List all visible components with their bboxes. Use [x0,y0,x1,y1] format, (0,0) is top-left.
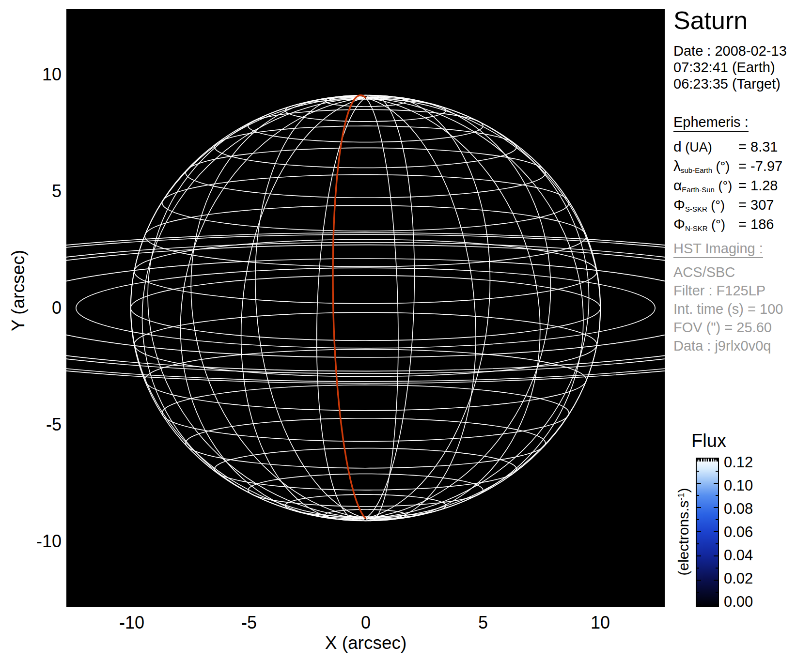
colorbar-tick-mark [716,568,718,569]
colorbar-tick-mark [697,471,699,472]
ephemeris-rows: d (UA) = 8.31 λsub-Earth (°) = -7.97 αEa… [673,139,782,235]
colorbar-tick-mark [703,459,704,462]
x-tick-5: 5 [454,614,512,631]
colorbar-tick-mark [709,459,710,462]
colorbar-tick-mark [697,568,699,569]
colorbar-tick-mark [697,519,699,520]
colorbar-tick-mark [697,483,701,484]
latitude-circle [186,418,546,468]
x-tick-10: 10 [571,614,629,631]
ring-edge-ellipse [66,245,665,371]
colorbar-tick-mark [697,507,701,508]
y-tick-m10: -10 [0,533,62,550]
colorbar-tick-mark [697,555,701,556]
colorbar-tick-mark [700,459,701,462]
latitude-circle [162,175,569,231]
colorbar-tick-mark [714,483,718,484]
ephemeris-row-distance: d (UA) = 8.31 [673,139,782,158]
hst-imaging-lines: ACS/SBC Filter : F125LP Int. time (s) = … [673,263,783,355]
cb-label-008: 0.08 [724,501,767,516]
colorbar-tick-mark [712,459,713,462]
ring-edge-ellipse [66,259,665,357]
ephemeris-row-phi-n-skr: ΦN-SKR (°) = 186 [673,216,782,235]
colorbar-tick-mark [707,459,708,462]
colorbar-tick-mark [697,580,701,581]
saturn-ephemeris-figure: { "title": "Saturn", "datetime": { "date… [0,0,812,662]
y-tick-m5: -5 [0,416,62,433]
colorbar-tick-mark [697,604,701,605]
meridian-circle [333,95,398,521]
colorbar-tick-mark [697,543,699,544]
latitude-circle [285,494,446,517]
hst-imaging-block: HST Imaging : ACS/SBC Filter : F125LP In… [673,241,783,355]
y-tick-5: 5 [0,183,62,200]
meridian-circle [191,96,540,519]
colorbar-tick-mark [697,459,698,462]
x-tick-m5: -5 [220,614,278,631]
hst-int-time: Int. time (s) = 100 [673,300,783,318]
ephemeris-row-phi-s-skr: ΦS-SKR (°) = 307 [673,197,782,216]
ephemeris-heading: Ephemeris : [673,114,749,132]
colorbar-tick-mark [714,531,718,532]
y-axis-label: Y (arcsec) [9,250,28,331]
ephemeris-block: Ephemeris : d (UA) = 8.31 λsub-Earth (°)… [673,114,782,235]
ring-edge-ellipse [66,232,665,383]
hst-data-id: Data : j9rlx0v0q [673,337,783,355]
datetime-block: Date : 2008-02-13 07:32:41 (Earth) 06:23… [673,43,787,92]
meridian-circle [180,97,550,519]
colorbar-tick-mark [714,459,715,462]
x-tick-m10: -10 [103,614,161,631]
ephemeris-row-phase-angle: αEarth-Sun (°) = 1.28 [673,177,782,197]
latitude-circle [186,148,546,198]
x-axis-label: X (arcsec) [288,633,443,653]
page-title: Saturn [673,7,748,34]
y-tick-10: 10 [0,66,62,83]
colorbar-tick-mark [716,459,717,462]
colorbar-tick-mark [705,459,706,462]
colorbar-tick-mark [717,459,718,462]
earth-time: 07:32:41 (Earth) [673,59,787,76]
ring-edge-ellipse [66,234,665,381]
colorbar-tick-mark [702,459,703,462]
flux-colorbar [696,458,719,607]
hst-instrument: ACS/SBC [673,263,783,281]
colorbar-tick-mark [697,495,699,496]
x-tick-0: 0 [337,614,395,631]
colorbar-tick-mark [716,519,718,520]
colorbar-tick-mark [716,471,718,472]
colorbar-tick-mark [699,459,700,462]
cb-label-010: 0.10 [724,478,767,493]
central-meridian-red-line [333,95,366,519]
target-time: 06:23:35 (Target) [673,76,787,92]
ring-edge-ellipse [76,268,655,348]
meridian-circle [317,95,415,521]
latitude-circle [131,276,601,340]
latitude-circle [162,385,569,442]
wireframe-globe-svg [66,9,665,607]
cb-label-006: 0.06 [724,524,767,539]
cb-label-004: 0.04 [724,548,767,563]
colorbar-tick-mark [697,531,701,532]
hst-filter: Filter : F125LP [673,281,783,300]
meridian-circle [148,97,583,519]
colorbar-tick-mark [716,592,718,593]
date-line: Date : 2008-02-13 [673,43,787,59]
colorbar-tick-mark [714,555,718,556]
ephemeris-row-sub-earth-lat: λsub-Earth (°) = -7.97 [673,158,782,177]
colorbar-tick-mark [710,459,711,462]
meridian-circle [241,96,490,520]
cb-label-012: 0.12 [724,455,767,470]
latitude-circle [285,99,446,122]
colorbar-unit-label: (electrons.s-1) [673,488,691,575]
colorbar-tick-mark [716,495,718,496]
colorbar-tick-mark [716,543,718,544]
saturn-wireframe-plot [66,9,665,607]
hst-imaging-heading: HST Imaging : [673,241,763,258]
colorbar-tick-mark [714,604,718,605]
cb-label-002: 0.02 [724,571,767,586]
colorbar-tick-mark [714,507,718,508]
meridian-circle [255,96,476,520]
cb-label-000: 0.00 [724,594,767,609]
colorbar-title: Flux [677,431,740,450]
colorbar-tick-mark [714,580,718,581]
